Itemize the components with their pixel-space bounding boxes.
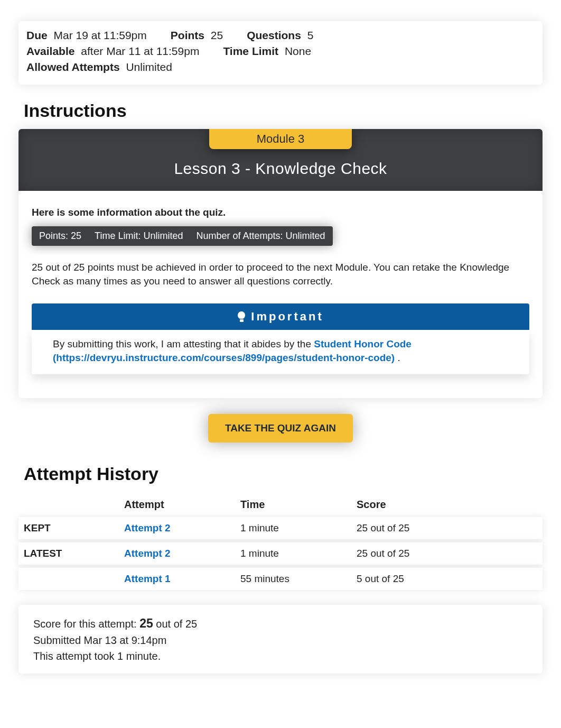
module-pill: Module 3 xyxy=(209,129,352,149)
table-row: LATEST Attempt 2 1 minute 25 out of 25 xyxy=(18,542,543,565)
lightbulb-icon xyxy=(237,311,246,322)
meta-attempts: Allowed Attempts Unlimited xyxy=(26,61,172,73)
meta-timelimit-label: Time Limit xyxy=(223,45,278,57)
meta-questions-label: Questions xyxy=(247,29,301,41)
score-summary-box: Score for this attempt: 25 out of 25 Sub… xyxy=(18,605,543,674)
score-line2: Submitted Mar 13 at 9:14pm xyxy=(33,632,528,648)
honor-suffix: . xyxy=(397,352,400,363)
row-score: 25 out of 25 xyxy=(351,542,543,565)
meta-due: Due Mar 19 at 11:59pm xyxy=(26,29,147,42)
quiz-info-points: Points: 25 xyxy=(39,231,81,242)
important-body: By submitting this work, I am attesting … xyxy=(32,330,529,374)
row-score: 5 out of 25 xyxy=(351,568,543,590)
instructions-header: Module 3 Lesson 3 - Knowledge Check xyxy=(18,129,543,191)
meta-points: Points 25 xyxy=(171,29,223,42)
table-row: Attempt 1 55 minutes 5 out of 25 xyxy=(18,568,543,590)
row-time: 1 minute xyxy=(235,542,351,565)
important-banner: Important xyxy=(32,303,529,330)
attempt-link[interactable]: Attempt 1 xyxy=(124,573,171,584)
meta-attempts-val: Unlimited xyxy=(126,61,172,73)
instructions-body: Here is some information about the quiz.… xyxy=(18,191,543,398)
score-line1: Score for this attempt: 25 out of 25 xyxy=(33,614,528,633)
row-tag: LATEST xyxy=(18,542,119,565)
honor-prefix: By submitting this work, I am attesting … xyxy=(53,338,314,349)
row-score: 25 out of 25 xyxy=(351,517,543,539)
attempt-history-table: Attempt Time Score KEPT Attempt 2 1 minu… xyxy=(18,492,543,593)
meta-available-val: after Mar 11 at 11:59pm xyxy=(81,45,199,57)
meta-due-label: Due xyxy=(26,29,48,41)
score-line1-suffix: out of 25 xyxy=(153,618,197,630)
instructions-heading: Instructions xyxy=(24,100,543,121)
meta-points-label: Points xyxy=(171,29,204,41)
score-line3: This attempt took 1 minute. xyxy=(33,648,528,664)
history-col-score: Score xyxy=(351,495,543,514)
quiz-info-lead: Here is some information about the quiz. xyxy=(32,207,529,218)
instructions-box: Module 3 Lesson 3 - Knowledge Check Here… xyxy=(18,129,543,398)
meta-due-val: Mar 19 at 11:59pm xyxy=(54,29,147,41)
quiz-info-attempts: Number of Attempts: Unlimited xyxy=(196,231,325,242)
meta-timelimit-val: None xyxy=(285,45,311,57)
attempt-link[interactable]: Attempt 2 xyxy=(124,522,171,533)
score-line1-prefix: Score for this attempt: xyxy=(33,618,139,630)
row-tag: KEPT xyxy=(18,517,119,539)
meta-timelimit: Time Limit None xyxy=(223,45,311,58)
history-col-attempt: Attempt xyxy=(119,495,235,514)
history-header-row: Attempt Time Score xyxy=(18,495,543,514)
table-row: KEPT Attempt 2 1 minute 25 out of 25 xyxy=(18,517,543,539)
history-col-tag xyxy=(18,495,119,514)
row-time: 1 minute xyxy=(235,517,351,539)
history-col-time: Time xyxy=(235,495,351,514)
lesson-title: Lesson 3 - Knowledge Check xyxy=(18,160,543,178)
attempt-link[interactable]: Attempt 2 xyxy=(124,548,171,559)
take-quiz-wrap: TAKE THE QUIZ AGAIN xyxy=(18,414,543,443)
meta-available: Available after Mar 11 at 11:59pm xyxy=(26,45,199,58)
row-time: 55 minutes xyxy=(235,568,351,590)
quiz-meta-box: Due Mar 19 at 11:59pm Points 25 Question… xyxy=(18,21,543,85)
quiz-explain: 25 out of 25 points must be achieved in … xyxy=(32,261,529,288)
quiz-info-timelimit: Time Limit: Unlimited xyxy=(95,231,183,242)
meta-points-val: 25 xyxy=(211,29,223,41)
quiz-info-bar: Points: 25 Time Limit: Unlimited Number … xyxy=(32,226,333,246)
meta-questions: Questions 5 xyxy=(247,29,313,42)
meta-questions-val: 5 xyxy=(307,29,314,41)
score-line1-big: 25 xyxy=(139,616,153,630)
row-tag xyxy=(18,568,119,590)
important-label: Important xyxy=(251,310,323,324)
meta-available-label: Available xyxy=(26,45,74,57)
attempt-history-heading: Attempt History xyxy=(24,464,543,484)
take-quiz-button[interactable]: TAKE THE QUIZ AGAIN xyxy=(208,414,353,443)
meta-attempts-label: Allowed Attempts xyxy=(26,61,120,73)
